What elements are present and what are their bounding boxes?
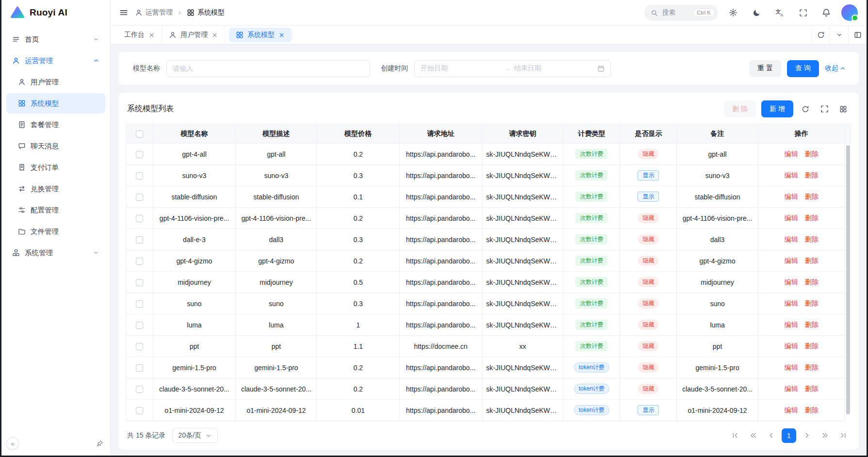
sidebar-item-chat[interactable]: 聊天消息: [6, 136, 105, 156]
row-checkbox[interactable]: [136, 343, 143, 350]
row-checkbox[interactable]: [136, 279, 143, 286]
delete-link[interactable]: 删除: [805, 385, 819, 392]
notifications-icon[interactable]: [818, 4, 835, 21]
search-button[interactable]: 查 询: [787, 60, 819, 77]
edit-link[interactable]: 编辑: [785, 406, 798, 414]
row-checkbox[interactable]: [136, 407, 143, 414]
cell-model-price: 0.3: [317, 229, 399, 250]
sidebar-item-models[interactable]: 系统模型: [6, 93, 105, 114]
date-range-input[interactable]: 开始日期 → 结束日期: [414, 60, 611, 77]
settings-icon[interactable]: [725, 4, 741, 21]
delete-link[interactable]: 删除: [805, 342, 819, 350]
next-group-button[interactable]: [818, 428, 832, 443]
collapse-sidebar-button[interactable]: «: [6, 437, 19, 450]
delete-link[interactable]: 删除: [805, 193, 819, 200]
delete-link[interactable]: 删除: [805, 406, 819, 414]
sidebar-item-orders[interactable]: 支付订单: [6, 157, 105, 178]
refresh-table-icon[interactable]: [799, 102, 812, 116]
row-checkbox[interactable]: [136, 236, 143, 244]
brand[interactable]: Ruoyi AI: [1, 0, 110, 25]
global-search[interactable]: 搜索 Ctrl K: [644, 5, 718, 21]
avatar[interactable]: [841, 4, 858, 21]
sidebar-item-config[interactable]: 配置管理: [6, 200, 105, 220]
close-icon[interactable]: [212, 32, 218, 38]
billing-type-tag: 次数计费: [575, 256, 607, 266]
sidebar-item-packages[interactable]: 套餐管理: [6, 114, 105, 135]
row-checkbox[interactable]: [136, 322, 143, 329]
row-checkbox[interactable]: [136, 215, 143, 222]
delete-link[interactable]: 删除: [805, 150, 819, 158]
delete-link[interactable]: 删除: [805, 278, 819, 286]
cell-request-url: https://api.pandarobo...: [399, 400, 482, 421]
sidebar-group-system[interactable]: 系统管理: [6, 243, 105, 263]
model-name-input[interactable]: [173, 65, 364, 72]
edit-link[interactable]: 编辑: [785, 193, 798, 200]
breadcrumb-item-operations[interactable]: 运营管理: [135, 8, 173, 17]
edit-link[interactable]: 编辑: [785, 321, 798, 328]
edit-link[interactable]: 编辑: [785, 214, 798, 222]
refresh-page-icon[interactable]: [811, 26, 830, 44]
row-checkbox[interactable]: [136, 258, 143, 265]
edit-link[interactable]: 编辑: [785, 363, 798, 371]
edit-link[interactable]: 编辑: [785, 385, 798, 392]
tab-actions: [811, 26, 867, 44]
sidebar-group-operations[interactable]: 运营管理: [6, 50, 105, 71]
row-checkbox[interactable]: [136, 300, 143, 308]
edit-link[interactable]: 编辑: [785, 342, 798, 350]
delete-link[interactable]: 删除: [805, 257, 819, 264]
sidebar-item-redeem[interactable]: 兑换管理: [6, 179, 105, 199]
sidebar-group-home[interactable]: 首页: [6, 29, 105, 49]
language-icon[interactable]: 文A: [771, 4, 788, 21]
prev-group-button[interactable]: [746, 428, 760, 443]
delete-selected-button[interactable]: 删 除: [724, 100, 756, 117]
dark-mode-icon[interactable]: [748, 4, 765, 21]
delete-link[interactable]: 删除: [805, 363, 819, 371]
close-icon[interactable]: [148, 32, 155, 38]
pin-sidebar-icon[interactable]: [96, 440, 103, 447]
collapse-filter-link[interactable]: 收起: [825, 64, 846, 73]
delete-link[interactable]: 删除: [805, 299, 819, 307]
last-page-button[interactable]: [835, 428, 850, 443]
fullscreen-icon[interactable]: [795, 4, 811, 21]
delete-link[interactable]: 删除: [805, 171, 819, 179]
close-icon[interactable]: [278, 32, 285, 38]
row-checkbox[interactable]: [136, 386, 143, 393]
add-button[interactable]: 新 增: [761, 100, 793, 117]
edit-link[interactable]: 编辑: [785, 150, 798, 158]
first-page-button[interactable]: [728, 428, 742, 443]
cell-model-price: 1: [317, 314, 399, 336]
row-checkbox[interactable]: [136, 151, 143, 158]
sidebar-item-users[interactable]: 用户管理: [6, 72, 105, 92]
expand-table-icon[interactable]: [818, 102, 831, 116]
row-checkbox[interactable]: [136, 364, 143, 372]
next-page-button[interactable]: [800, 428, 814, 443]
table-row: gpt-4-1106-vision-pre...gpt-4-1106-visio…: [127, 208, 845, 229]
delete-link[interactable]: 删除: [805, 321, 819, 328]
table-toolbar-actions: 删 除 新 增: [724, 100, 850, 117]
scrollbar-thumb[interactable]: [846, 145, 850, 414]
tab-options-icon[interactable]: [830, 26, 848, 44]
tab-models[interactable]: 系统模型: [229, 28, 292, 42]
page-number-current[interactable]: 1: [782, 428, 796, 443]
reset-button[interactable]: 重 置: [749, 60, 781, 77]
column-settings-icon[interactable]: [836, 102, 850, 116]
menu-toggle-icon[interactable]: [119, 8, 128, 17]
edit-link[interactable]: 编辑: [785, 171, 798, 179]
select-all-checkbox[interactable]: [136, 131, 143, 138]
delete-link[interactable]: 删除: [805, 235, 819, 243]
page-size-select[interactable]: 20条/页: [172, 428, 217, 443]
edit-link[interactable]: 编辑: [785, 257, 798, 264]
layout-icon[interactable]: [848, 26, 867, 44]
prev-page-button[interactable]: [764, 428, 778, 443]
row-checkbox[interactable]: [136, 194, 143, 201]
breadcrumb-item-models[interactable]: 系统模型: [187, 8, 225, 17]
sidebar-item-files[interactable]: 文件管理: [6, 221, 105, 242]
delete-link[interactable]: 删除: [805, 214, 819, 222]
edit-link[interactable]: 编辑: [785, 299, 798, 307]
grid-icon: [18, 99, 26, 107]
edit-link[interactable]: 编辑: [785, 278, 798, 286]
tab-workbench[interactable]: 工作台: [117, 26, 162, 44]
row-checkbox[interactable]: [136, 172, 143, 180]
tab-users[interactable]: 用户管理: [162, 26, 225, 44]
edit-link[interactable]: 编辑: [785, 235, 798, 243]
